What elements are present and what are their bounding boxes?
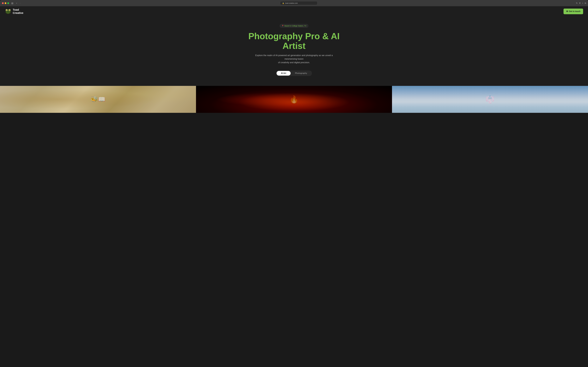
svg-point-13: [8, 11, 9, 12]
logo-text: Toad Creative: [13, 8, 23, 15]
svg-point-9: [9, 10, 10, 10]
dark-fire-image: [196, 86, 392, 113]
sidebar-toggle-button[interactable]: ▤: [10, 2, 14, 5]
gallery-item-2[interactable]: [196, 86, 392, 113]
minimize-window-button[interactable]: [5, 2, 6, 4]
svg-point-11: [9, 10, 10, 10]
back-button[interactable]: ‹: [16, 2, 18, 5]
svg-point-14: [7, 12, 9, 14]
image-overlay-2: [196, 86, 392, 113]
logo-icon: [5, 8, 11, 15]
close-window-button[interactable]: [2, 2, 4, 4]
image-overlay-3: [392, 86, 588, 113]
image-overlay-1: [0, 86, 196, 113]
get-in-touch-button[interactable]: ✉ Get in touch: [564, 8, 583, 14]
envelope-icon: ✉: [566, 10, 568, 13]
address-bar-area: 🔒 toad-creative.com: [23, 1, 574, 5]
browser-window: ▤ ‹ › 🔒 toad-creative.com ↻ ⬆ + ⧉: [0, 0, 588, 113]
tab-photography[interactable]: Photography: [291, 71, 311, 75]
website-content: Toad Creative ✉ Get in touch 📍 Based in …: [0, 6, 588, 113]
location-pin-icon: 📍: [282, 25, 284, 27]
share-button[interactable]: ⬆: [579, 2, 581, 4]
hero-section: 📍 Based in College Station, TX Photograp…: [0, 17, 588, 86]
url-text: toad-creative.com: [285, 2, 298, 4]
browser-titlebar: ▤ ‹ › 🔒 toad-creative.com ↻ ⬆ + ⧉: [0, 0, 588, 6]
location-badge: 📍 Based in College Station, TX: [280, 24, 309, 28]
window-controls: [2, 2, 9, 4]
hero-title: Photography Pro & AI Artist: [245, 31, 343, 51]
new-tab-button[interactable]: +: [582, 2, 583, 4]
image-gallery: [0, 86, 588, 113]
svg-point-12: [7, 11, 8, 12]
gallery-item-1[interactable]: [0, 86, 196, 113]
tab-overview-button[interactable]: ⧉: [585, 2, 586, 4]
forward-button[interactable]: ›: [19, 2, 21, 5]
bee-journal-image: [0, 86, 196, 113]
tab-ai-art[interactable]: AI Art: [277, 71, 291, 75]
site-header: Toad Creative ✉ Get in touch: [0, 6, 588, 17]
svg-point-10: [7, 10, 7, 10]
get-in-touch-label: Get in touch: [569, 10, 580, 12]
white-figures-image: [392, 86, 588, 113]
browser-toolbar: ↻ ⬆ + ⧉: [576, 2, 586, 4]
tab-switcher: AI Art Photography: [276, 70, 312, 76]
logo-area[interactable]: Toad Creative: [5, 8, 23, 15]
svg-point-8: [6, 10, 7, 10]
security-lock-icon: 🔒: [282, 2, 284, 4]
maximize-window-button[interactable]: [7, 2, 9, 4]
gallery-item-3[interactable]: [392, 86, 588, 113]
hero-subtitle: Explore the realm of AI-powered art gene…: [255, 54, 333, 64]
location-text: Based in College Station, TX: [285, 25, 306, 27]
reload-button[interactable]: ↻: [576, 2, 578, 4]
address-bar[interactable]: 🔒 toad-creative.com: [280, 1, 317, 5]
